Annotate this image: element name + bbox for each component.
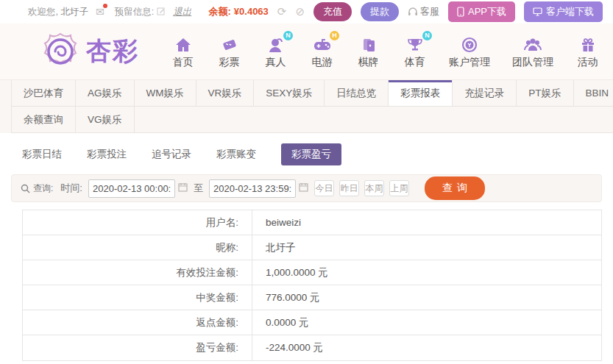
row-label: 中奖金额: xyxy=(23,285,252,310)
quick-range-button[interactable]: 昨日 xyxy=(339,180,359,196)
row-value: 北圩子 xyxy=(252,235,296,260)
quick-range-button[interactable]: 本周 xyxy=(364,180,384,196)
trophy-icon: N xyxy=(391,34,438,53)
badge-n: N xyxy=(283,31,293,40)
balance: 余额:¥0.4063 xyxy=(208,5,268,18)
row-label: 返点金额: xyxy=(23,310,252,335)
report-tabstrip: 沙巴体育AG娱乐WM娱乐VR娱乐SEXY娱乐日结总览彩票报表充提记录PT娱乐BB… xyxy=(0,79,613,133)
search-icon xyxy=(21,184,30,193)
refresh-icon[interactable]: ⟳ xyxy=(277,5,287,18)
headset-icon xyxy=(408,7,418,17)
nav-item[interactable]: H电游 xyxy=(299,34,345,69)
team-icon xyxy=(501,34,564,53)
sub-tab[interactable]: 彩票盈亏 xyxy=(281,143,341,165)
sub-tab[interactable]: 彩票投注 xyxy=(87,143,127,165)
date-to-input[interactable] xyxy=(209,179,296,198)
main-tab[interactable]: VR娱乐 xyxy=(196,80,255,106)
time-label: 时间: xyxy=(60,182,82,195)
quick-range-button[interactable]: 上周 xyxy=(389,180,409,196)
row-value: beiweizi xyxy=(252,210,301,235)
row-value: 776.0000 元 xyxy=(252,285,320,310)
nav-item[interactable]: 棋牌 xyxy=(345,34,391,69)
site-header: 杏彩 首页彩票N真人H电游棋牌N体育账户管理团队管理活动 xyxy=(0,24,613,79)
main-nav: 首页彩票N真人H电游棋牌N体育账户管理团队管理活动 xyxy=(160,34,611,69)
main-tab[interactable]: 沙巴体育 xyxy=(11,80,76,106)
brand-name: 杏彩 xyxy=(86,35,139,68)
nav-item-label: 账户管理 xyxy=(438,56,501,69)
nav-item[interactable]: 活动 xyxy=(564,34,611,69)
app-download-button[interactable]: APP下载 xyxy=(448,1,515,22)
row-label: 有效投注金额: xyxy=(23,260,252,285)
calendar-icon[interactable] xyxy=(178,182,188,194)
gamepad-icon: H xyxy=(299,34,345,53)
notification-dot xyxy=(103,4,107,8)
nav-item[interactable]: 彩票 xyxy=(206,34,252,69)
withdraw-button[interactable]: 提款 xyxy=(361,2,399,21)
nav-item-label: 真人 xyxy=(252,56,299,69)
sub-tab[interactable]: 彩票日结 xyxy=(22,143,62,165)
balance-label: 余额: xyxy=(208,6,230,17)
deposit-button[interactable]: 充值 xyxy=(313,2,352,21)
main-tab[interactable]: AG娱乐 xyxy=(76,80,135,106)
main-tab[interactable]: BBIN xyxy=(574,80,613,106)
table-row: 中奖金额:776.0000 元 xyxy=(23,285,601,310)
profit-loss-table: 用户名:beiweizi昵称:北圩子有效投注金额:1,000.0000 元中奖金… xyxy=(22,210,602,361)
to-label: 至 xyxy=(194,182,203,195)
lottery-subtabs: 彩票日结彩票投注追号记录彩票账变彩票盈亏 xyxy=(0,133,613,170)
calendar-icon[interactable] xyxy=(299,182,308,194)
ticket-icon xyxy=(206,34,252,53)
main-tab[interactable]: VG娱乐 xyxy=(76,107,135,132)
row-value: -224.0000 元 xyxy=(252,335,323,360)
nav-item-label: 体育 xyxy=(391,56,438,69)
main-tab[interactable]: 充提记录 xyxy=(453,80,517,106)
nav-item[interactable]: N体育 xyxy=(391,34,438,69)
main-tab[interactable]: PT娱乐 xyxy=(517,80,573,106)
monitor-icon xyxy=(533,7,542,16)
client-download-button[interactable]: 客户端下载 xyxy=(524,1,603,22)
row-label: 用户名: xyxy=(23,210,252,235)
nav-item[interactable]: 账户管理 xyxy=(438,34,501,69)
table-row: 有效投注金额:1,000.0000 元 xyxy=(23,260,601,285)
tab-row-1: 沙巴体育AG娱乐WM娱乐VR娱乐SEXY娱乐日结总览彩票报表充提记录PT娱乐BB… xyxy=(11,80,613,107)
nav-item-label: 首页 xyxy=(160,56,206,69)
badge-h: H xyxy=(330,31,339,40)
query-label: 查询: xyxy=(21,182,53,195)
quick-range-button[interactable]: 今日 xyxy=(314,180,334,196)
reserved-info-label: 预留信息: xyxy=(115,6,154,18)
mail-icon[interactable]: ✉ xyxy=(96,6,104,18)
main-tab[interactable]: 日结总览 xyxy=(325,80,389,106)
hide-balance-icon[interactable]: ⊘ xyxy=(295,5,305,18)
main-tab[interactable]: 余额查询 xyxy=(11,107,76,132)
edit-icon[interactable] xyxy=(157,7,166,18)
username: 北圩子 xyxy=(60,7,88,17)
logout-link[interactable]: 退出 xyxy=(173,6,191,18)
cards-icon xyxy=(345,34,391,53)
welcome-text: 欢迎您, 北圩子 xyxy=(28,6,88,18)
brand-logo[interactable]: 杏彩 xyxy=(40,32,139,71)
table-row: 返点金额:0.0000 元 xyxy=(23,310,601,335)
sub-tab[interactable]: 追号记录 xyxy=(152,143,191,165)
main-tab[interactable]: 彩票报表 xyxy=(389,80,453,106)
main-tab[interactable]: SEXY娱乐 xyxy=(254,80,325,106)
tab-row-2: 余额查询VG娱乐 xyxy=(11,107,613,133)
row-value: 1,000.0000 元 xyxy=(252,260,328,285)
nav-item[interactable]: 首页 xyxy=(160,34,206,69)
query-bar: 查询: 时间: 至 今日昨日本周上周 查询 xyxy=(11,174,602,202)
nav-item[interactable]: N真人 xyxy=(252,34,299,69)
sub-tab[interactable]: 彩票账变 xyxy=(216,143,256,165)
row-label: 盈亏金额: xyxy=(23,335,252,360)
nav-item-label: 彩票 xyxy=(206,56,252,69)
main-tab[interactable]: WM娱乐 xyxy=(135,80,196,106)
table-row: 用户名:beiweizi xyxy=(23,210,601,235)
wallet-icon xyxy=(438,34,501,53)
nav-item-label: 团队管理 xyxy=(501,56,564,69)
customer-service-link[interactable]: 客服 xyxy=(408,5,439,18)
date-from-input[interactable] xyxy=(88,179,175,198)
query-submit-button[interactable]: 查询 xyxy=(425,176,485,200)
table-row: 昵称:北圩子 xyxy=(23,235,601,260)
quick-range-group: 今日昨日本周上周 xyxy=(314,180,414,196)
nav-item-label: 活动 xyxy=(564,56,611,69)
nav-item[interactable]: 团队管理 xyxy=(501,34,564,69)
home-icon xyxy=(160,34,206,53)
balance-value: ¥0.4063 xyxy=(234,6,269,17)
